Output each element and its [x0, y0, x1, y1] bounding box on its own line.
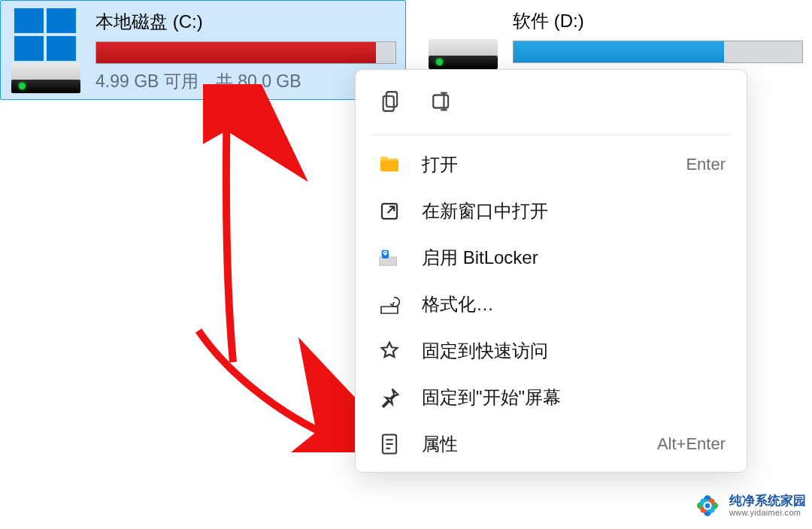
context-menu-item-bitlocker[interactable]: 启用 BitLocker — [362, 234, 741, 281]
pin-start-icon — [377, 385, 402, 410]
menu-label: 固定到"开始"屏幕 — [422, 385, 706, 410]
menu-label: 打开 — [422, 153, 666, 177]
svg-rect-0 — [386, 92, 397, 107]
context-menu-item-open-new[interactable]: 在新窗口中打开 — [362, 188, 741, 234]
menu-label: 格式化… — [422, 292, 706, 316]
capacity-bar-d — [513, 41, 803, 63]
windows-logo-icon — [14, 8, 76, 61]
menu-label: 启用 BitLocker — [422, 246, 706, 270]
context-menu-item-format[interactable]: 格式化… — [362, 281, 741, 328]
annotation-arrow-diag — [192, 325, 358, 452]
watermark: 纯净系统家园 www.yidaimei.com — [692, 490, 806, 521]
menu-label: 属性 — [422, 432, 638, 456]
context-menu-item-pin-quick[interactable]: 固定到快速访问 — [362, 328, 741, 374]
rename-icon[interactable] — [426, 85, 459, 118]
context-menu-toolbar — [362, 80, 741, 131]
bitlocker-icon — [377, 245, 402, 271]
svg-point-12 — [705, 503, 710, 509]
drive-tile-c[interactable]: 本地磁盘 (C:) 4.99 GB 可用，共 80.0 GB — [0, 0, 406, 100]
context-menu-item-open[interactable]: 打开 Enter — [362, 141, 741, 188]
format-icon — [377, 292, 402, 317]
context-menu-item-pin-start[interactable]: 固定到"开始"屏幕 — [362, 374, 741, 421]
drive-icon-d — [427, 6, 499, 69]
drive-label-d: 软件 (D:) — [513, 9, 803, 33]
capacity-bar-c — [95, 41, 396, 64]
menu-label: 在新窗口中打开 — [422, 199, 706, 223]
folder-icon — [377, 152, 402, 177]
menu-shortcut: Alt+Enter — [657, 434, 726, 454]
copy-icon[interactable] — [375, 85, 408, 118]
svg-rect-1 — [383, 96, 394, 111]
watermark-url: www.yidaimei.com — [729, 508, 806, 518]
open-new-icon — [377, 198, 402, 224]
svg-rect-2 — [433, 95, 448, 108]
annotation-arrow-up — [203, 84, 353, 370]
context-menu-separator — [371, 135, 732, 135]
drive-tile-d[interactable]: 软件 (D:) — [418, 0, 812, 75]
drive-icon-c — [10, 7, 82, 93]
drive-stats-c: 4.99 GB 可用，共 80.0 GB — [95, 70, 396, 93]
pin-star-icon — [377, 338, 402, 364]
menu-shortcut: Enter — [686, 155, 726, 174]
menu-label: 固定到快速访问 — [422, 339, 706, 363]
properties-icon — [377, 431, 402, 457]
drive-label-c: 本地磁盘 (C:) — [95, 10, 396, 34]
watermark-logo-icon — [692, 490, 723, 521]
context-menu: 打开 Enter 在新窗口中打开 启用 BitLocker — [355, 69, 747, 473]
context-menu-item-properties[interactable]: 属性 Alt+Enter — [362, 421, 741, 467]
watermark-title: 纯净系统家园 — [729, 494, 806, 509]
